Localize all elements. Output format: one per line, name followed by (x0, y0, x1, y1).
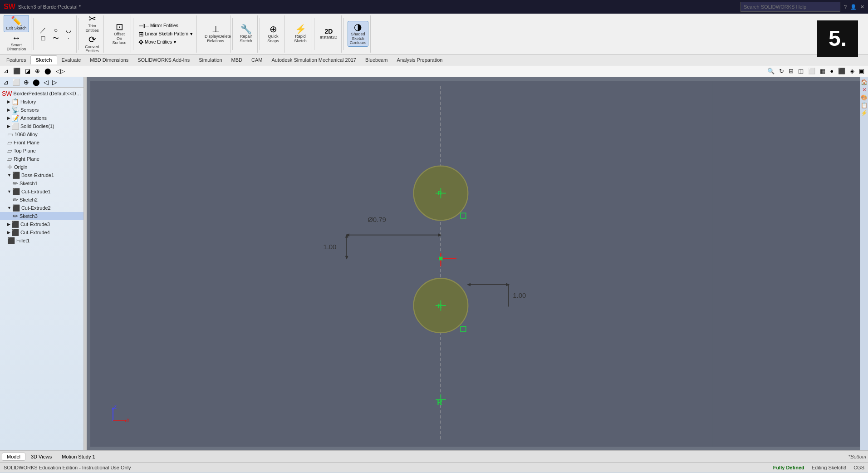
rapid-sketch-button[interactable]: ⚡ RapidSketch (291, 24, 310, 44)
sensors-expander[interactable]: ▶ (7, 108, 10, 112)
tree-item-origin[interactable]: ✛ Origin (0, 163, 83, 171)
sec-btn-2[interactable]: ◪ (23, 67, 32, 75)
rp-btn-4[interactable]: 📋 (861, 102, 868, 108)
view-icon-9[interactable]: ◈ (848, 67, 856, 75)
tab-evaluate[interactable]: Evaluate (57, 56, 86, 64)
sketch-viewport[interactable]: R R (90, 81, 864, 447)
sensors-label: Sensors (20, 107, 39, 113)
tree-item-boss-extrude1[interactable]: ▼ ⬛ Boss-Extrude1 (0, 171, 83, 179)
smart-dimension-button[interactable]: ↔ Smart Dimension (4, 32, 29, 53)
arc-button[interactable]: ◡ (63, 26, 74, 34)
offset-surface-button[interactable]: ⊡ OffsetOnSurface (110, 21, 129, 47)
quick-snaps-button[interactable]: ⊕ QuickSnaps (264, 24, 283, 44)
filter-icon[interactable]: ⊿ (2, 67, 10, 75)
tree-item-solid-bodies[interactable]: ▶ ⬜ Solid Bodies(1) (0, 122, 83, 130)
exit-sketch-button[interactable]: ✏️ Exit Sketch (4, 15, 29, 32)
cut3-expander[interactable]: ▶ (7, 222, 10, 227)
line-button[interactable]: ／ (37, 26, 49, 34)
tab-analysis[interactable]: Analysis Preparation (392, 56, 447, 64)
tree-item-right-plane[interactable]: ▱ Right Plane (0, 155, 83, 163)
spline-button[interactable]: 〜 (50, 34, 62, 42)
instant2d-button[interactable]: 2D Instant2D (318, 27, 339, 41)
sec-btn-4[interactable]: ⬤ (43, 67, 53, 75)
tree-item-top-plane[interactable]: ▱ Top Plane (0, 147, 83, 155)
annotations-expander[interactable]: ▶ (7, 116, 10, 120)
cut1-expander[interactable]: ▼ (7, 189, 11, 194)
filter-tree-button[interactable]: ⊿ (2, 78, 10, 86)
tree-item-history[interactable]: ▶ 📋 History (0, 98, 83, 106)
tree-item-cut-extrude3[interactable]: ▶ ⬛ Cut-Extrude3 (0, 220, 83, 228)
tree-item-fillet1[interactable]: ⬛ Fillet1 (0, 236, 83, 245)
solid-bodies-expander[interactable]: ▶ (7, 124, 10, 128)
view-icon-3[interactable]: ⊞ (787, 67, 795, 75)
tab-mbd[interactable]: MBD (227, 56, 247, 64)
view-icon-2[interactable]: ↻ (777, 67, 786, 75)
search-input[interactable] (740, 2, 840, 12)
tab-mbd-dimensions[interactable]: MBD Dimensions (85, 56, 133, 64)
help-icon[interactable]: ? (844, 4, 847, 10)
view-icon-6[interactable]: ▦ (818, 67, 827, 75)
circle-button[interactable]: ○ (50, 26, 62, 34)
tab-simulation[interactable]: Simulation (194, 56, 226, 64)
shaded-sketch-contours-button[interactable]: ◑ ShadedSketchContours (348, 21, 369, 47)
bottom-tab-motion-study[interactable]: Motion Study 1 (57, 453, 99, 460)
tab-cam[interactable]: CAM (247, 56, 267, 64)
rect-button[interactable]: □ (37, 34, 49, 42)
sketch3-label: Sketch3 (20, 213, 38, 219)
tab-features[interactable]: Features (2, 56, 30, 64)
rp-btn-3[interactable]: 🎨 (861, 94, 868, 101)
point-button[interactable]: · (63, 34, 74, 42)
view-icon-1[interactable]: 🔍 (765, 67, 776, 75)
sec-btn-5[interactable]: ◁▷ (54, 67, 67, 75)
move-dropdown[interactable]: ▼ (173, 40, 177, 44)
tab-autodesk[interactable]: Autodesk Simulation Mechanical 2017 (267, 56, 361, 64)
tree-nav-button[interactable]: ▷ (51, 78, 59, 86)
user-icon[interactable]: 👤 (850, 4, 857, 10)
tree-item-annotations[interactable]: ▶ 📝 Annotations (0, 114, 83, 122)
tree-item-cut-extrude1[interactable]: ▼ ⬛ Cut-Extrude1 (0, 187, 83, 196)
tree-item-sensors[interactable]: ▶ 📡 Sensors (0, 106, 83, 114)
linear-dropdown[interactable]: ▼ (189, 32, 193, 36)
bottom-tab-model[interactable]: Model (2, 453, 25, 461)
tree-item-cut-extrude4[interactable]: ▶ ⬛ Cut-Extrude4 (0, 228, 83, 236)
mirror-entities-button[interactable]: ⊣⊢ Mirror Entities (137, 22, 180, 30)
cut2-expander[interactable]: ▼ (7, 206, 11, 210)
rp-btn-1[interactable]: 🏠 (861, 79, 868, 85)
tree-root[interactable]: SW BorderPedestal (Default<<Defau (0, 89, 83, 98)
bottom-tab-3d-views[interactable]: 3D Views (26, 453, 56, 460)
view-icon-7[interactable]: ● (828, 67, 835, 75)
tree-item-front-plane[interactable]: ▱ Front Plane (0, 138, 83, 147)
tree-item-sketch3[interactable]: ✏ Sketch3 (0, 212, 83, 220)
tab-solidworks-addins[interactable]: SOLIDWORKS Add-Ins (133, 56, 194, 64)
search-tree-button[interactable]: ⬤ (31, 78, 41, 86)
tree-item-sketch1[interactable]: ✏ Sketch1 (0, 179, 83, 187)
display-delete-relations-button[interactable]: ⊥ Display/DeleteRelations (203, 24, 228, 44)
expand-tree-button[interactable]: ⊕ (22, 78, 30, 86)
toolbar-group-shaded: ◑ ShadedSketchContours (346, 15, 371, 53)
trim-entities-button[interactable]: ✂ TrimEntities (83, 13, 102, 34)
convert-entities-button[interactable]: ⟳ ConvertEntities (83, 34, 102, 55)
sec-btn-3[interactable]: ⊕ (33, 67, 42, 75)
sec-btn-1[interactable]: ⬛ (11, 67, 22, 75)
tree-item-cut-extrude2[interactable]: ▼ ⬛ Cut-Extrude2 (0, 204, 83, 212)
tree-item-sketch2[interactable]: ✏ Sketch2 (0, 196, 83, 204)
linear-sketch-pattern-button[interactable]: ⊞ Linear Sketch Pattern ▼ (137, 30, 195, 38)
tree-options-button[interactable]: ◁ (42, 78, 50, 86)
boss-expander[interactable]: ▼ (7, 173, 11, 177)
close-icon[interactable]: ✕ (860, 4, 864, 10)
history-expander[interactable]: ▶ (7, 99, 10, 104)
tab-sketch[interactable]: Sketch (30, 55, 57, 64)
collapse-tree-button[interactable]: ⬜ (11, 78, 21, 86)
view-icon-10[interactable]: ▣ (857, 67, 866, 75)
sketch-canvas-area[interactable]: R R (87, 77, 868, 450)
repair-sketch-button[interactable]: 🔧 RepairSketch (236, 24, 255, 44)
tree-item-1060-alloy[interactable]: ▭ 1060 Alloy (0, 130, 83, 138)
tab-bluebeam[interactable]: Bluebeam (361, 56, 392, 64)
move-entities-button[interactable]: ✥ Move Entities ▼ (137, 38, 178, 46)
view-icon-8[interactable]: ⬛ (836, 67, 847, 75)
view-icon-4[interactable]: ◫ (796, 67, 805, 75)
rp-btn-2[interactable]: ✕ (862, 87, 867, 93)
rp-btn-5[interactable]: ⚡ (861, 110, 868, 116)
view-icon-5[interactable]: ⬜ (806, 67, 817, 75)
cut4-expander[interactable]: ▶ (7, 230, 10, 235)
